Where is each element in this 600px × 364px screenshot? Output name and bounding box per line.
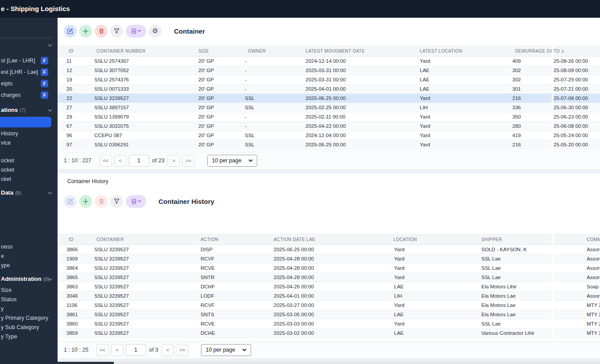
column-header-id[interactable]: ID [69, 234, 74, 245]
cell-commodity[interactable]: MTY 2 [554, 319, 600, 329]
cell-commodity[interactable]: Assort [554, 264, 600, 273]
add-button[interactable] [79, 25, 92, 38]
delete-button[interactable] [95, 195, 108, 208]
column-header-size[interactable]: SIZE [198, 46, 209, 57]
prev-page-button[interactable]: < [114, 155, 127, 167]
cell-commodity[interactable]: Assort [554, 245, 600, 254]
history-row[interactable]: 3863 SSLU 3239527 DCHF 2025-04-26 00:00 … [58, 282, 552, 291]
page-number-input[interactable] [126, 344, 146, 356]
sidebar-item[interactable] [0, 117, 51, 127]
cell-td-date[interactable]: 25-05-24 00:00 [554, 131, 600, 140]
delete-button[interactable] [95, 25, 108, 38]
page-number-input[interactable] [129, 155, 149, 167]
column-header-latest-movement-date[interactable]: LATEST MOVEMENT DATE [306, 46, 365, 57]
cell-td-date[interactable]: 25-07-21 00:00 [554, 84, 600, 94]
horizontal-scrollbar[interactable] [58, 362, 600, 364]
sidebar-item[interactable]: Status [0, 295, 58, 304]
column-header-shipper[interactable]: SHIPPER [481, 234, 502, 245]
sidebar-item[interactable]: st [Lae - LHR] F [0, 55, 58, 66]
last-page-button[interactable]: >> [182, 155, 194, 167]
sidebar-item[interactable]: Data(8) [0, 188, 58, 198]
sidebar-item[interactable]: Administration(8) [0, 274, 58, 284]
container-row[interactable]: 29 SSLU 1399079 20' GP - 2025-02-11 00:0… [58, 112, 552, 122]
container-row[interactable]: 11 SSLU 2574367 20' GP - 2024-12-14 00:0… [58, 57, 552, 66]
cell-td-date[interactable]: 25-05-20 00:00 [554, 140, 600, 149]
container-row[interactable]: 12 SSLU 3077052 20' GP - 2025-03-31 00:0… [58, 66, 552, 75]
container-row[interactable]: 96 CCEPU 087 20' GP SSL 2024-12-04 00:00… [58, 131, 552, 140]
history-row[interactable]: 1909 SSLU 3239527 RCVF 2025-04-28 00:00 … [58, 254, 552, 264]
sidebar-item[interactable]: ations(7) [0, 105, 58, 115]
prev-page-button[interactable]: < [111, 344, 124, 356]
filter-button[interactable] [110, 25, 123, 38]
container-row[interactable]: 19 SSLU 2574376 20' GP - 2025-03-31 00:0… [58, 75, 552, 84]
cell-commodity[interactable]: Assort [554, 273, 600, 282]
cell-td-date[interactable]: 25-07-08 00:00 [554, 94, 600, 103]
column-header-container-number[interactable]: CONTAINER NUMBER [97, 46, 146, 57]
sidebar-item[interactable] [0, 41, 58, 50]
cell-td-date[interactable]: 25-07-29 00:00 [554, 75, 600, 84]
cell-commodity[interactable]: Assort [554, 291, 600, 301]
sidebar-item[interactable]: ocket [0, 156, 58, 165]
cell-td-date[interactable]: 25-08-26 00:00 [554, 57, 600, 66]
cell-commodity[interactable]: MTY 2 [554, 310, 600, 319]
sidebar-item[interactable]: History [0, 129, 58, 138]
history-row[interactable]: 1106 SSLU 3239527 RCVF 2025-03-27 00:00 … [58, 301, 552, 310]
column-header-container[interactable]: CONTAINER [97, 234, 124, 245]
column-header-latest-location[interactable]: LATEST LOCATION [420, 46, 462, 57]
history-row[interactable]: 3860 SSLU 3239527 RCVE 2025-03-03 00:00 … [58, 319, 552, 329]
column-header-commodity[interactable]: COMM [554, 234, 600, 245]
sidebar-item[interactable]: vice [0, 138, 58, 147]
column-header-owner[interactable]: OWNER [248, 46, 266, 57]
sidebar-item[interactable]: eipts F [0, 78, 58, 89]
sidebar-item[interactable]: ype [0, 261, 58, 270]
history-row[interactable]: 3864 SSLU 3239527 RCVE 2025-04-28 00:00 … [58, 264, 552, 273]
page-size-select[interactable]: 10 per page [201, 344, 251, 356]
column-header-demurrage-days[interactable]: DEMURRAGE DAYS [515, 46, 552, 57]
add-button[interactable] [79, 195, 92, 208]
edit-button[interactable] [64, 195, 77, 208]
container-row[interactable]: 22 SSLU 3239527 20' GP SSL 2025-06-25 00… [58, 94, 552, 103]
cell-td-date[interactable]: 25-08-09 00:00 [554, 66, 600, 75]
container-row[interactable]: 97 SSLU 0396291 20' GP SSL 2025-06-25 00… [58, 140, 552, 149]
sidebar-item[interactable]: ness [0, 242, 58, 251]
page-size-select[interactable]: 10 per page [207, 155, 257, 167]
sidebar-item[interactable]: Size [0, 286, 58, 295]
cell-commodity[interactable]: Assort [554, 254, 600, 264]
sidebar-item[interactable]: charges F [0, 89, 58, 101]
export-button[interactable] [126, 25, 146, 38]
cell-commodity[interactable]: Soap [554, 282, 600, 291]
filter-button[interactable] [110, 195, 123, 208]
column-header-action-date-lae[interactable]: ACTION DATE LAE [274, 234, 315, 245]
cell-td-date[interactable]: 25-06-30 00:00 [554, 103, 600, 112]
container-row[interactable]: 20 SSLU 0071333 20' GP - 2025-04-01 00:0… [58, 84, 552, 94]
column-header-location[interactable]: LOCATION [393, 234, 417, 245]
sidebar-item[interactable]: y Type [0, 332, 58, 341]
history-row[interactable]: 3865 SSLU 3239527 SNTR 2025-04-28 00:00 … [58, 273, 552, 282]
cell-commodity[interactable]: MTY 2 [554, 301, 600, 310]
settings-button[interactable]: ⚙ [149, 25, 162, 38]
container-row[interactable]: 67 SSLU 3032075 20' GP - 2025-04-22 00:0… [58, 122, 552, 131]
container-row[interactable]: 27 SSLU 3897157 20' GP SSL 2025-02-25 00… [58, 103, 552, 112]
sidebar-item[interactable]: y [0, 304, 58, 313]
history-row[interactable]: 3861 SSLU 3239527 SNTS 2025-03-05 00:00 … [58, 310, 552, 319]
column-header-id[interactable]: ID [69, 46, 74, 57]
sidebar-item[interactable]: est [LHR - Lae] F [0, 66, 58, 78]
history-row[interactable]: 3046 SSLU 3239527 LODF 2025-04-01 00:00 … [58, 291, 552, 301]
sidebar-item[interactable]: e [0, 252, 58, 261]
next-page-button[interactable]: > [161, 344, 174, 356]
cell-commodity[interactable]: MTY 2 [554, 329, 600, 338]
first-page-button[interactable]: << [97, 344, 109, 356]
cell-td-date[interactable]: 25-06-08 00:00 [554, 122, 600, 131]
last-page-button[interactable]: >> [176, 344, 188, 356]
edit-button[interactable] [64, 25, 77, 38]
sidebar-item[interactable]: y Sub Category [0, 323, 58, 332]
export-button[interactable] [126, 195, 146, 208]
next-page-button[interactable]: > [167, 155, 180, 167]
column-header-td-sorted[interactable]: TD↓ [554, 46, 600, 57]
sidebar-item[interactable]: cket [0, 175, 58, 184]
sidebar-item[interactable]: ocket [0, 165, 58, 174]
cell-td-date[interactable]: 25-06-23 00:00 [554, 112, 600, 122]
tab-container-history[interactable]: Container History [67, 173, 108, 189]
sidebar-item[interactable]: y Primary Category [0, 314, 58, 322]
history-row[interactable]: 3859 SSLU 3239527 DCHE 2025-03-02 00:00 … [58, 329, 552, 338]
